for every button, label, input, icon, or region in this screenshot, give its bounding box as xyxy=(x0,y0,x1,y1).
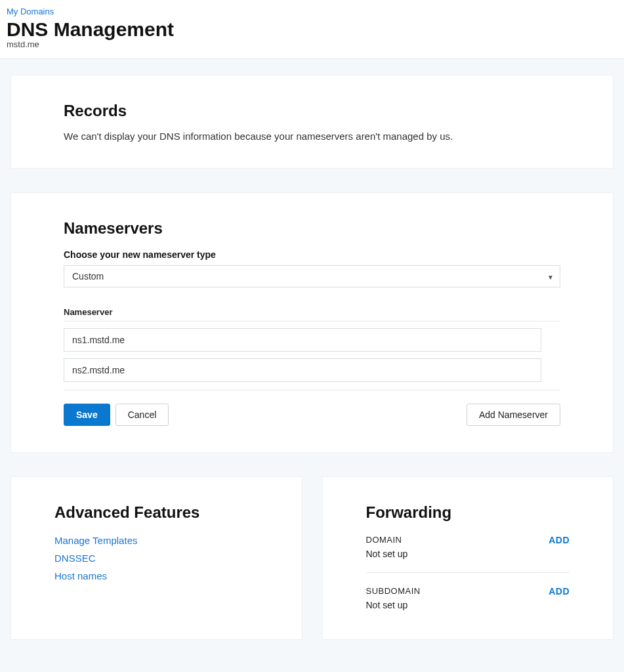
nameserver-column-header: Nameserver xyxy=(64,307,560,322)
records-message: We can't display your DNS information be… xyxy=(64,131,560,142)
page-title: DNS Management xyxy=(7,18,617,41)
forwarding-domain-status: Not set up xyxy=(366,549,408,559)
records-heading: Records xyxy=(64,102,560,120)
forwarding-heading: Forwarding xyxy=(366,503,570,522)
nameserver-type-label: Choose your new nameserver type xyxy=(64,249,560,260)
add-nameserver-button[interactable]: Add Nameserver xyxy=(467,404,560,426)
records-card: Records We can't display your DNS inform… xyxy=(10,75,614,169)
link-host-names[interactable]: Host names xyxy=(54,570,259,581)
forwarding-card: Forwarding DOMAIN Not set up ADD SUBDOMA… xyxy=(322,476,614,640)
forwarding-domain-label: DOMAIN xyxy=(366,535,408,545)
nameserver-type-select[interactable]: Custom xyxy=(64,265,560,287)
advanced-heading: Advanced Features xyxy=(54,503,259,522)
nameserver-input-2[interactable] xyxy=(64,358,541,382)
forwarding-row-domain: DOMAIN Not set up ADD xyxy=(366,535,570,573)
cancel-button[interactable]: Cancel xyxy=(115,404,169,426)
forwarding-subdomain-label: SUBDOMAIN xyxy=(366,586,421,596)
link-manage-templates[interactable]: Manage Templates xyxy=(54,535,259,546)
nameservers-heading: Nameservers xyxy=(64,219,560,238)
forwarding-subdomain-status: Not set up xyxy=(366,600,421,610)
forwarding-domain-add-button[interactable]: ADD xyxy=(549,535,570,545)
breadcrumb-my-domains[interactable]: My Domains xyxy=(7,7,54,16)
nameserver-input-1[interactable] xyxy=(64,328,541,352)
advanced-features-card: Advanced Features Manage Templates DNSSE… xyxy=(10,476,302,640)
save-button[interactable]: Save xyxy=(64,404,110,426)
forwarding-subdomain-add-button[interactable]: ADD xyxy=(549,586,570,597)
nameservers-card: Nameservers Choose your new nameserver t… xyxy=(10,192,614,453)
forwarding-row-subdomain: SUBDOMAIN Not set up ADD xyxy=(366,586,570,610)
link-dnssec[interactable]: DNSSEC xyxy=(54,553,259,564)
domain-name: mstd.me xyxy=(7,39,617,49)
